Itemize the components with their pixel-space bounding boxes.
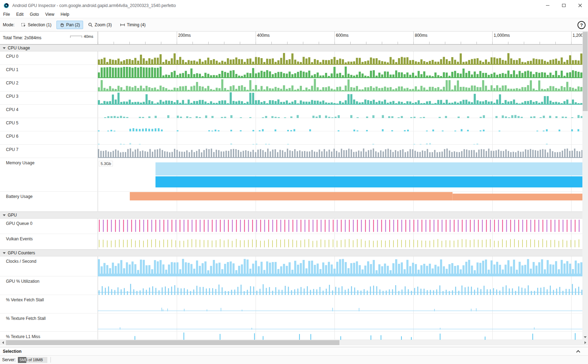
track-chart-area[interactable] xyxy=(98,295,582,313)
menu-file[interactable]: File xyxy=(0,11,13,18)
track-chart-area[interactable] xyxy=(98,51,582,64)
section-label: CPU Usage xyxy=(8,46,30,50)
selection-panel-title: Selection xyxy=(3,349,21,354)
track-label: Vulkan Events xyxy=(0,234,98,249)
menubar: File Edit Goto View Help xyxy=(0,11,588,18)
track-chart-area[interactable] xyxy=(98,234,582,249)
track-chart-area[interactable] xyxy=(98,145,582,158)
track-label: % Vertex Fetch Stall xyxy=(0,295,98,313)
track-chart-cpu-4[interactable] xyxy=(98,105,582,118)
mode-pan-button[interactable]: Pan (2) xyxy=(56,21,83,29)
menu-help[interactable]: Help xyxy=(58,11,73,18)
track-chart-area[interactable] xyxy=(98,91,582,104)
server-memory-text-inverse: 5MB of 18MB xyxy=(18,357,26,363)
section-header-gpu[interactable]: GPU xyxy=(0,212,582,219)
track-row-cpu-5: CPU 5 xyxy=(0,118,582,131)
ruler-timeline[interactable]: 200ms400ms600ms800ms1,000ms1,200ms xyxy=(98,32,588,44)
track-chart-area[interactable] xyxy=(98,276,582,295)
track-label: CPU 7 xyxy=(0,145,98,158)
h-scroll-right-button[interactable] xyxy=(582,340,588,345)
track-chart-vulkan-events[interactable] xyxy=(98,234,582,249)
track-chart-area[interactable] xyxy=(98,118,582,131)
h-scroll-left-button[interactable] xyxy=(0,340,6,345)
track-label: CPU 0 xyxy=(0,51,98,64)
track-chart-gpu-utilization[interactable] xyxy=(98,276,582,295)
minimize-button[interactable] xyxy=(540,0,556,11)
pan-icon xyxy=(60,22,65,27)
track-chart-area[interactable] xyxy=(98,219,582,234)
track-chart-texture-l1-miss[interactable] xyxy=(98,332,582,340)
close-button[interactable] xyxy=(572,0,588,11)
mode-timing-button[interactable]: Timing (4) xyxy=(117,21,149,29)
maximize-icon xyxy=(562,4,566,7)
minimize-icon xyxy=(546,5,549,6)
help-icon: ? xyxy=(580,22,583,28)
mode-selection-button[interactable]: Selection (1) xyxy=(18,21,54,29)
mode-zoom-button[interactable]: Zoom (3) xyxy=(85,21,115,29)
menu-goto[interactable]: Goto xyxy=(27,11,42,18)
track-chart-area[interactable] xyxy=(98,131,582,144)
scale-label: 40ms xyxy=(84,34,93,39)
mode-button-label: Zoom (3) xyxy=(95,22,112,27)
menu-edit[interactable]: Edit xyxy=(13,11,27,18)
mode-button-label: Selection (1) xyxy=(28,22,51,27)
track-chart-area[interactable] xyxy=(98,256,582,276)
app-logo-icon xyxy=(4,3,9,8)
titlebar: Android GPU Inspector - com.google.andro… xyxy=(0,0,588,11)
close-icon xyxy=(578,4,582,7)
track-row-vulkan-events: Vulkan Events xyxy=(0,234,582,249)
track-chart-area[interactable] xyxy=(98,105,582,118)
track-chart-texture-fetch-stall[interactable] xyxy=(98,314,582,332)
section-header-cpu-usage[interactable]: CPU Usage xyxy=(0,44,582,51)
track-label: Battery Usage xyxy=(0,192,98,211)
v-scrollbar[interactable] xyxy=(582,32,588,340)
track-chart-area[interactable]: 5.3Gb xyxy=(98,158,582,191)
track-chart-area[interactable] xyxy=(98,192,582,211)
track-label: CPU 5 xyxy=(0,118,98,131)
track-chart-battery-usage[interactable] xyxy=(98,192,582,212)
menu-view[interactable]: View xyxy=(42,11,58,18)
track-chart-gpu-queue-0[interactable] xyxy=(98,219,582,234)
collapse-triangle-icon xyxy=(3,252,6,254)
ruler-left-cell: Total Time: 2s084ms 40ms xyxy=(0,32,98,44)
track-chart-area[interactable] xyxy=(98,332,582,339)
track-chart-area[interactable] xyxy=(98,314,582,331)
status-separator xyxy=(50,357,51,363)
track-chart-cpu-6[interactable] xyxy=(98,131,582,145)
track-chart-cpu-5[interactable] xyxy=(98,118,582,131)
total-time-label: Total Time: 2s084ms xyxy=(3,35,41,40)
track-chart-vertex-fetch-stall[interactable] xyxy=(98,295,582,314)
h-scrollbar[interactable] xyxy=(0,340,588,345)
scale-bracket-icon xyxy=(70,36,82,38)
section-header-gpu-counters[interactable]: GPU Counters xyxy=(0,249,582,256)
tracks: CPU UsageCPU 0CPU 1CPU 2CPU 3CPU 4CPU 5C… xyxy=(0,44,582,340)
track-label: % Texture L1 Miss xyxy=(0,332,98,339)
track-label: CPU 1 xyxy=(0,65,98,78)
track-chart-cpu-7[interactable] xyxy=(98,145,582,158)
track-chart-memory-usage[interactable] xyxy=(98,158,582,192)
chevron-up-icon[interactable] xyxy=(576,350,580,354)
v-scroll-down-button[interactable] xyxy=(582,334,588,340)
track-chart-cpu-0[interactable] xyxy=(98,51,582,65)
track-label: Clocks / Second xyxy=(0,256,98,276)
timeline-ruler: Total Time: 2s084ms 40ms 200ms400ms600ms… xyxy=(0,32,588,44)
track-chart-area[interactable] xyxy=(98,65,582,78)
track-row-cpu-4: CPU 4 xyxy=(0,105,582,118)
arrow-right-icon xyxy=(584,341,586,344)
selection-panel-header[interactable]: Selection xyxy=(0,347,588,355)
track-row-vertex-fetch-stall: % Vertex Fetch Stall xyxy=(0,295,582,314)
help-button[interactable]: ? xyxy=(577,21,586,29)
track-chart-cpu-3[interactable] xyxy=(98,91,582,105)
track-chart-cpu-1[interactable] xyxy=(98,65,582,78)
track-label: CPU 6 xyxy=(0,131,98,144)
track-label: % Texture Fetch Stall xyxy=(0,314,98,331)
track-chart-cpu-2[interactable] xyxy=(98,78,582,91)
track-chart-area[interactable] xyxy=(98,78,582,91)
v-scrollbar-thumb[interactable] xyxy=(583,32,588,111)
toolbar: Mode: Selection (1) Pan (2) Zoom (3) Tim… xyxy=(0,18,588,32)
h-scrollbar-thumb[interactable] xyxy=(6,340,339,345)
maximize-button[interactable] xyxy=(556,0,572,11)
track-chart-clocks-second[interactable] xyxy=(98,256,582,276)
mode-label: Mode: xyxy=(3,22,14,27)
server-memory-gauge: 5MB of 18MB 5MB of 18MB xyxy=(18,357,47,363)
